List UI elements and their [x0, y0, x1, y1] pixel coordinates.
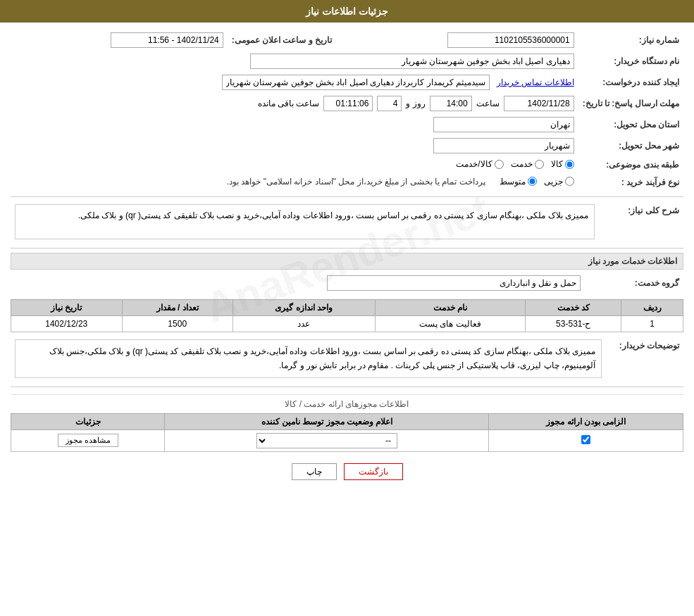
category-option-kala-label[interactable]: کالا	[551, 159, 574, 169]
page-header: جزئیات اطلاعات نیاز	[0, 0, 694, 23]
license-required-checkbox[interactable]	[581, 435, 590, 444]
announce-label: تاریخ و ساعت اعلان عمومی:	[228, 30, 336, 51]
announce-input[interactable]	[111, 32, 223, 48]
deadline-time-input[interactable]	[430, 96, 472, 111]
province-input[interactable]	[433, 117, 574, 132]
deadline-day-input[interactable]	[377, 96, 402, 111]
col-name: نام خدمت	[375, 300, 526, 316]
col-code: کد خدمت	[526, 300, 621, 316]
general-desc-box: ممیزی بلاک ملکی ،بهنگام سازی کد پستی ده …	[15, 204, 595, 239]
col-unit: واحد اندازه گیری	[233, 300, 375, 316]
purchase-radio-jozi[interactable]	[565, 177, 574, 186]
purchase-radio-motavaset[interactable]	[528, 177, 537, 186]
deadline-date-input[interactable]	[504, 96, 574, 111]
cell-name: فعالیت های پست	[375, 316, 526, 332]
city-label: شهر محل تحویل:	[578, 135, 683, 156]
category-radio-service[interactable]	[535, 160, 544, 169]
category-radio-both[interactable]	[495, 160, 504, 169]
cell-row: 1	[621, 316, 683, 332]
cell-code: ح-531-53	[526, 316, 621, 332]
cell-date: 1402/12/23	[11, 316, 123, 332]
license-announce-cell: --	[165, 429, 489, 451]
buyer-notes-box: ممیزی بلاک ملکی ،بهنگام سازی کد پستی ده …	[15, 339, 602, 378]
category-radio-group: کالا خدمت کالا/خدمت	[456, 159, 574, 169]
category-option-both-label[interactable]: کالا/خدمت	[456, 159, 503, 169]
purchase-motavaset-label[interactable]: متوسط	[500, 177, 537, 187]
col-row: ردیف	[621, 300, 683, 316]
license-announce-dropdown[interactable]: --	[256, 433, 397, 448]
service-group-label: گروه خدمت:	[585, 272, 683, 294]
purchase-note: پرداخت تمام یا بخشی از مبلغ خرید،از محل …	[227, 177, 485, 187]
view-license-button[interactable]: مشاهده مجوز	[58, 434, 118, 447]
license-col-details: جزئیات	[11, 413, 165, 429]
deadline-remain-input[interactable]	[323, 96, 373, 111]
services-section-title: اطلاعات خدمات مورد نیاز	[11, 253, 683, 270]
buyer-org-input[interactable]	[250, 54, 574, 69]
cell-quantity: 1500	[122, 316, 233, 332]
general-desc-table: شرح کلی نیاز: ممیزی بلاک ملکی ،بهنگام سا…	[11, 201, 683, 242]
category-service-text: خدمت	[511, 159, 533, 169]
cell-unit: عدد	[233, 316, 375, 332]
general-desc-text: ممیزی بلاک ملکی ،بهنگام سازی کد پستی ده …	[78, 210, 588, 220]
license-col-announce: اعلام وضعیت مجوز توسط نامین کننده	[165, 413, 489, 429]
deadline-day-label: روز و	[406, 99, 425, 108]
requester-input[interactable]	[222, 75, 490, 90]
licenses-section-title: اطلاعات مجوزهای ارائه خدمت / کالا	[11, 394, 683, 409]
need-number-input[interactable]	[447, 32, 574, 48]
category-both-text: کالا/خدمت	[456, 159, 492, 169]
purchase-jozi-label[interactable]: جزیی	[544, 177, 574, 187]
purchase-type-radio-group: جزیی متوسط پرداخت تمام یا بخشی از مبلغ خ…	[227, 177, 574, 187]
city-input[interactable]	[433, 138, 574, 153]
license-details-cell: مشاهده مجوز	[11, 429, 165, 451]
licenses-table: الزامی بودن ارائه مجوز اعلام وضعیت مجوز …	[11, 413, 683, 452]
category-label: طبقه بندی موضوعی:	[578, 156, 683, 174]
buyer-org-label: نام دستگاه خریدار:	[578, 51, 683, 72]
license-row: -- مشاهده مجوز	[11, 429, 683, 451]
purchase-jozi-text: جزیی	[544, 177, 563, 187]
category-option-service-label[interactable]: خدمت	[511, 159, 544, 169]
services-data-table: ردیف کد خدمت نام خدمت واحد اندازه گیری ت…	[11, 299, 683, 332]
deadline-remain-label: ساعت باقی مانده	[258, 99, 320, 108]
category-radio-kala[interactable]	[565, 160, 574, 169]
col-date: تاریخ نیاز	[11, 300, 123, 316]
print-button[interactable]: چاپ	[292, 463, 337, 480]
license-col-required: الزامی بودن ارائه مجوز	[489, 413, 683, 429]
table-row: 1ح-531-53فعالیت های پستعدد15001402/12/23	[11, 316, 683, 332]
license-required-cell	[489, 429, 683, 451]
buyer-notes-text: ممیزی بلاک ملکی ،بهنگام سازی کد پستی ده …	[49, 346, 595, 370]
buyer-notes-table: توضیحات خریدار: ممیزی بلاک ملکی ،بهنگام …	[11, 337, 683, 381]
bottom-buttons: بازگشت چاپ	[11, 463, 683, 480]
deadline-label: مهلت ارسال پاسخ: تا تاریخ:	[578, 93, 683, 114]
requester-label: ایجاد کننده درخواست:	[578, 72, 683, 93]
deadline-time-label: ساعت	[476, 99, 500, 108]
buyer-notes-label: توضیحات خریدار:	[606, 337, 683, 381]
general-desc-label: شرح کلی نیاز:	[599, 201, 683, 242]
back-button[interactable]: بازگشت	[344, 463, 403, 480]
purchase-type-label: نوع فرآیند خرید :	[578, 174, 683, 191]
page-title: جزئیات اطلاعات نیاز	[306, 6, 388, 17]
main-info-table: شماره نیاز: تاریخ و ساعت اعلان عمومی: نا…	[11, 30, 683, 191]
service-group-input[interactable]	[327, 275, 581, 291]
contact-link[interactable]: اطلاعات تماس خریدار	[497, 77, 574, 87]
service-group-table: گروه خدمت:	[11, 272, 683, 294]
province-label: استان محل تحویل:	[578, 114, 683, 135]
category-kala-text: کالا	[551, 159, 563, 169]
purchase-motavaset-text: متوسط	[500, 177, 526, 187]
need-number-label: شماره نیاز:	[578, 30, 683, 51]
col-quantity: تعداد / مقدار	[122, 300, 233, 316]
